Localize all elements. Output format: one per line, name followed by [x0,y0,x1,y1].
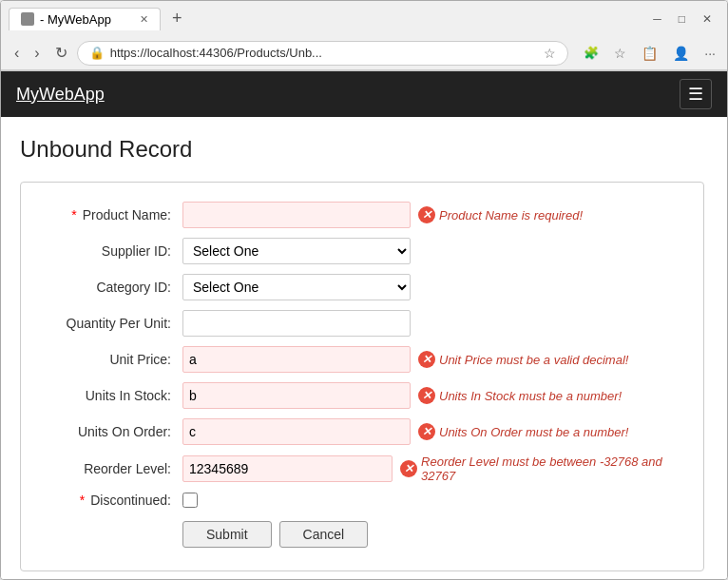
supplier-id-select[interactable]: Select One [182,238,411,264]
discontinued-row: * Discontinued: [49,493,675,508]
units-on-order-error: ✕ Units On Order must be a number! [418,423,628,440]
category-id-label: Category ID: [49,280,182,295]
product-name-error: ✕ Product Name is required! [418,206,583,223]
forward-button[interactable]: › [29,41,45,66]
reorder-level-label: Reorder Level: [49,461,182,476]
category-id-row: Category ID: Select One [49,274,675,300]
quantity-per-unit-row: Quantity Per Unit: [49,310,675,337]
supplier-id-label: Supplier ID: [49,243,182,259]
form-buttons: Submit Cancel [49,521,675,548]
quantity-per-unit-label: Quantity Per Unit: [49,316,182,331]
units-in-stock-row: Units In Stock: ✕ Units In Stock must be… [49,382,675,409]
reorder-level-row: Reorder Level: ✕ Reorder Level must be b… [49,454,675,483]
units-on-order-input[interactable] [182,418,411,445]
tab-icon [21,12,34,26]
extensions-button[interactable]: 🧩 [580,44,603,63]
units-in-stock-input[interactable] [182,382,411,409]
window-minimize-button[interactable]: ─ [645,9,669,29]
product-name-row: * Product Name: ✕ Product Name is requir… [49,202,675,228]
refresh-button[interactable]: ↻ [49,40,73,66]
unit-price-input[interactable] [182,346,411,373]
page-title: Unbound Record [20,136,708,163]
tab-close-button[interactable]: ✕ [140,13,148,26]
required-star: * [71,207,76,222]
unit-price-row: Unit Price: ✕ Unit Price must be a valid… [49,346,675,373]
units-on-order-row: Units On Order: ✕ Units On Order must be… [49,418,675,445]
lock-icon: 🔒 [89,46,105,60]
cancel-button[interactable]: Cancel [279,521,369,548]
address-text: https://localhost:44306/Products/Unb... [110,46,539,60]
collections-button[interactable]: 📋 [638,44,661,63]
error-icon: ✕ [418,387,435,404]
navbar: MyWebApp ☰ [1,71,727,117]
window-close-button[interactable]: ✕ [695,9,719,29]
tab-title: - MyWebApp [40,12,111,27]
supplier-id-row: Supplier ID: Select One [49,238,675,264]
reorder-level-error: ✕ Reorder Level must be between -32768 a… [400,454,675,483]
submit-button[interactable]: Submit [182,521,272,548]
brand-link[interactable]: MyWebApp [16,85,105,105]
error-icon: ✕ [418,423,435,440]
category-id-select[interactable]: Select One [182,274,411,300]
error-icon: ✕ [400,460,417,477]
quantity-per-unit-input[interactable] [182,310,411,337]
units-in-stock-error: ✕ Units In Stock must be a number! [418,387,622,404]
product-name-input[interactable] [182,202,411,228]
units-in-stock-label: Units In Stock: [49,388,182,403]
hamburger-button[interactable]: ☰ [680,79,712,109]
discontinued-label: * Discontinued: [49,493,182,508]
new-tab-button[interactable]: + [164,7,190,30]
form-card: * Product Name: ✕ Product Name is requir… [20,182,704,571]
required-star: * [80,493,85,508]
profile-button[interactable]: 👤 [669,44,693,63]
units-on-order-label: Units On Order: [49,424,182,439]
reorder-level-input[interactable] [182,455,393,482]
settings-button[interactable]: ··· [700,44,719,63]
error-icon: ✕ [418,206,435,223]
unit-price-error: ✕ Unit Price must be a valid decimal! [418,351,628,368]
favorites-button[interactable]: ☆ [610,44,630,63]
window-maximize-button[interactable]: □ [671,9,693,29]
error-icon: ✕ [418,351,435,368]
unit-price-label: Unit Price: [49,352,182,367]
discontinued-checkbox[interactable] [182,493,198,508]
favorite-icon[interactable]: ☆ [544,46,556,61]
product-name-label: * Product Name: [49,207,182,222]
back-button[interactable]: ‹ [9,41,25,66]
